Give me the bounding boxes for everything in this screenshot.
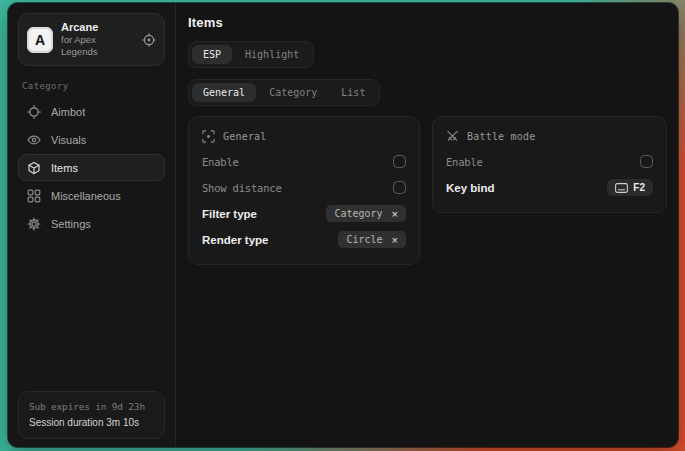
app-logo: A <box>27 27 53 53</box>
setting-label: Key bind <box>446 182 495 194</box>
app-window: A Arcane for Apex Legends Category <box>8 3 678 447</box>
tab-category[interactable]: Category <box>258 83 328 102</box>
main-content: Items ESP Highlight General Category Lis… <box>176 3 678 447</box>
grid-icon <box>27 189 41 203</box>
view-tabs: General Category List <box>188 79 380 106</box>
panel-general-header: General <box>202 127 406 145</box>
panels-row: General Enable Show distance Filter type… <box>188 116 669 265</box>
setting-row-enable: Enable <box>446 149 653 174</box>
keyboard-icon <box>615 183 628 193</box>
app-logo-card: A Arcane for Apex Legends <box>18 13 165 66</box>
select-value: Circle <box>346 234 382 245</box>
sidebar-item-settings[interactable]: Settings <box>18 210 165 237</box>
panel-general: General Enable Show distance Filter type… <box>188 116 420 265</box>
sidebar-item-visuals[interactable]: Visuals <box>18 126 165 153</box>
select-value: Category <box>334 208 382 219</box>
setting-label: Enable <box>202 156 239 168</box>
cube-icon <box>27 161 41 175</box>
app-name: Arcane <box>61 21 134 34</box>
key-bind-button[interactable]: F2 <box>607 179 653 196</box>
setting-row-enable: Enable <box>202 149 406 174</box>
clear-icon[interactable]: × <box>392 235 398 245</box>
render-type-select[interactable]: Circle × <box>338 231 406 248</box>
setting-row-filter-type: Filter type Category × <box>202 201 406 226</box>
target-icon[interactable] <box>142 33 156 47</box>
panel-battle-mode-header: Battle mode <box>446 127 653 145</box>
key-bind-value: F2 <box>633 182 645 193</box>
sidebar-item-label: Items <box>51 162 78 174</box>
sidebar-item-label: Miscellaneous <box>51 190 121 202</box>
app-subtitle: for Apex Legends <box>61 34 134 58</box>
session-duration-text: Session duration 3m 10s <box>29 416 154 430</box>
setting-label: Show distance <box>202 182 282 194</box>
sidebar-item-label: Aimbot <box>51 106 85 118</box>
setting-label: Enable <box>446 156 483 168</box>
subscription-card: Sub expires in 9d 23h Session duration 3… <box>18 391 165 439</box>
setting-row-show-distance: Show distance <box>202 175 406 200</box>
enable-checkbox[interactable] <box>393 155 406 168</box>
gear-icon <box>27 217 41 231</box>
panel-battle-mode: Battle mode Enable Key bind <box>432 116 667 213</box>
eye-icon <box>27 133 41 147</box>
crosshair-icon <box>27 105 41 119</box>
mode-tabs: ESP Highlight <box>188 41 314 68</box>
swords-icon <box>446 130 459 143</box>
tab-esp[interactable]: ESP <box>192 45 232 64</box>
filter-type-select[interactable]: Category × <box>326 205 406 222</box>
sidebar-item-miscellaneous[interactable]: Miscellaneous <box>18 182 165 209</box>
sidebar-item-label: Settings <box>51 218 91 230</box>
setting-label: Filter type <box>202 208 257 220</box>
show-distance-checkbox[interactable] <box>393 181 406 194</box>
sidebar: A Arcane for Apex Legends Category <box>8 3 176 447</box>
panel-title: General <box>223 131 267 142</box>
battle-enable-checkbox[interactable] <box>640 155 653 168</box>
sidebar-item-aimbot[interactable]: Aimbot <box>18 98 165 125</box>
sidebar-item-label: Visuals <box>51 134 86 146</box>
tab-general[interactable]: General <box>192 83 256 102</box>
sidebar-section-label: Category <box>22 81 161 91</box>
sub-expiry-text: Sub expires in 9d 23h <box>29 400 154 414</box>
setting-row-render-type: Render type Circle × <box>202 227 406 252</box>
tab-highlight[interactable]: Highlight <box>234 45 310 64</box>
setting-label: Render type <box>202 234 268 246</box>
sidebar-spacer <box>18 238 165 391</box>
clear-icon[interactable]: × <box>392 209 398 219</box>
page-title: Items <box>188 15 669 30</box>
app-title-block: Arcane for Apex Legends <box>61 21 134 58</box>
panel-title: Battle mode <box>467 131 535 142</box>
sidebar-item-items[interactable]: Items <box>18 154 165 181</box>
tab-list[interactable]: List <box>330 83 376 102</box>
scan-icon <box>202 130 215 143</box>
sidebar-nav: Aimbot Visuals Items <box>18 98 165 238</box>
setting-row-key-bind: Key bind F2 <box>446 175 653 200</box>
